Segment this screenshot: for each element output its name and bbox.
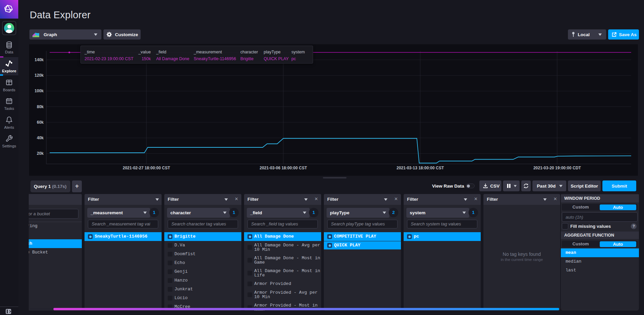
svg-text:40k: 40k xyxy=(37,136,44,140)
svg-text:100k: 100k xyxy=(34,89,44,93)
svg-text:2021-03-13 18:00:00 CST: 2021-03-13 18:00:00 CST xyxy=(397,166,444,170)
svg-text:80k: 80k xyxy=(37,104,44,109)
svg-text:140k: 140k xyxy=(34,57,44,62)
svg-text:2021-03-06 18:00:00 CST: 2021-03-06 18:00:00 CST xyxy=(260,166,307,170)
svg-text:20k: 20k xyxy=(37,151,44,156)
svg-text:2021-02-27 18:00:00 CST: 2021-02-27 18:00:00 CST xyxy=(123,166,170,170)
svg-text:2021-03-20 19:00:00 CDT: 2021-03-20 19:00:00 CDT xyxy=(533,166,581,170)
svg-text:60k: 60k xyxy=(37,120,44,125)
svg-text:120k: 120k xyxy=(34,73,44,78)
